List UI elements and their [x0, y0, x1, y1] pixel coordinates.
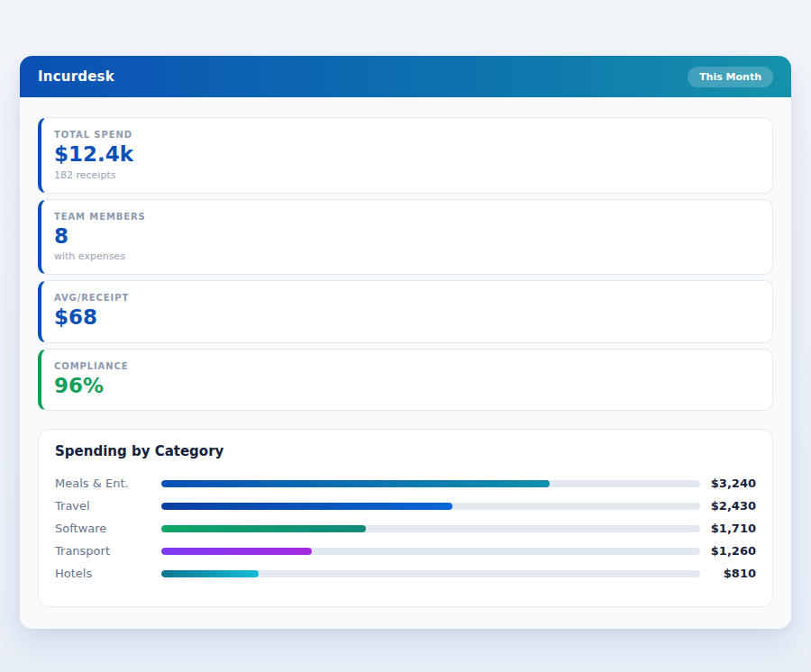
- app-title: Incurdesk: [38, 68, 114, 85]
- category-label: Software: [55, 522, 161, 535]
- stat-value: 8: [54, 224, 758, 250]
- stat-label: COMPLIANCE: [54, 361, 758, 371]
- dashboard-panel: Incurdesk This Month TOTAL SPEND $12.4k …: [20, 56, 791, 629]
- spending-by-category-card: Spending by Category Meals & Ent. $3,240…: [38, 429, 773, 607]
- bar-fill: [161, 548, 312, 555]
- category-value: $1,710: [700, 522, 756, 535]
- stat-card-compliance: COMPLIANCE 96%: [38, 349, 773, 412]
- category-label: Meals & Ent.: [55, 477, 161, 490]
- category-label: Travel: [55, 499, 161, 513]
- stat-label: TOTAL SPEND: [54, 130, 758, 140]
- chart-row-meals: Meals & Ent. $3,240: [55, 472, 756, 495]
- stat-subtext: with expenses: [54, 250, 758, 262]
- chart-row-travel: Travel $2,430: [55, 495, 756, 517]
- category-value: $2,430: [700, 499, 756, 513]
- stat-label: TEAM MEMBERS: [54, 212, 758, 222]
- category-label: Hotels: [55, 567, 161, 580]
- category-value: $3,240: [700, 477, 756, 490]
- bar-fill: [161, 480, 550, 487]
- stat-card-total-spend: TOTAL SPEND $12.4k 182 receipts: [38, 117, 773, 194]
- chart-row-transport: Transport $1,260: [55, 540, 756, 562]
- category-label: Transport: [55, 544, 161, 558]
- chart-row-hotels: Hotels $810: [55, 562, 756, 585]
- bar-fill: [161, 525, 366, 532]
- chart-title: Spending by Category: [55, 443, 756, 459]
- stat-value: $12.4k: [54, 142, 758, 168]
- category-value: $1,260: [700, 544, 756, 558]
- chart-row-software: Software $1,710: [55, 517, 756, 540]
- bar-fill: [161, 503, 452, 510]
- stat-subtext: 182 receipts: [54, 169, 758, 181]
- bar-track: [161, 570, 700, 577]
- bar-fill: [161, 570, 259, 577]
- category-value: $810: [700, 567, 756, 580]
- stat-value: 96%: [54, 374, 758, 399]
- app-header: Incurdesk This Month: [20, 56, 791, 97]
- bar-track: [161, 480, 700, 487]
- stat-value: $68: [54, 305, 758, 331]
- bar-track: [161, 503, 700, 510]
- stat-card-avg-receipt: AVG/RECEIPT $68: [38, 280, 773, 343]
- stat-label: AVG/RECEIPT: [54, 293, 758, 303]
- period-badge[interactable]: This Month: [688, 67, 773, 87]
- bar-track: [161, 525, 700, 532]
- bar-track: [161, 548, 700, 555]
- stat-card-team-members: TEAM MEMBERS 8 with expenses: [38, 199, 773, 276]
- dashboard-body: TOTAL SPEND $12.4k 182 receipts TEAM MEM…: [20, 97, 791, 629]
